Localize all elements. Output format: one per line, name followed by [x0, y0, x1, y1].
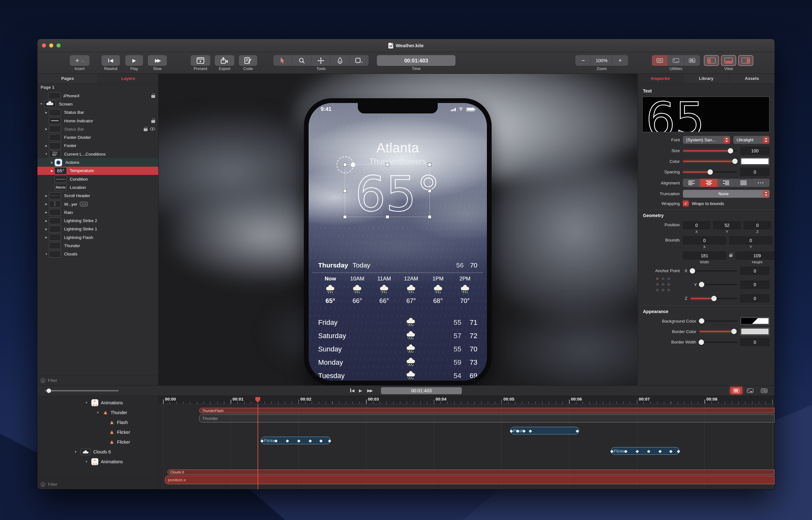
view-left-panel-button[interactable] — [704, 55, 719, 66]
disclosure-right-icon[interactable] — [44, 211, 49, 214]
title-bar[interactable]: Weather.kite — [38, 39, 774, 52]
timeline-row-clouds-6[interactable]: Clouds 6 — [38, 447, 158, 457]
lock-icon[interactable] — [151, 120, 155, 123]
keyframe-diamond[interactable] — [636, 449, 639, 453]
slider-knob[interactable] — [711, 296, 716, 301]
align-center-button[interactable] — [700, 179, 718, 187]
keyframe-diamond[interactable] — [309, 438, 312, 443]
timeline-filter-input[interactable] — [48, 482, 155, 487]
export-button[interactable] — [215, 55, 235, 66]
position-z-field[interactable]: 0 — [744, 221, 771, 229]
layer-row-status-bar-2[interactable]: Status Bar — [38, 125, 158, 133]
border-color-swatch[interactable] — [740, 328, 769, 335]
timeline-tracks[interactable]: ThunderFlash Thunder Flash Flic — [158, 404, 774, 489]
align-right-button[interactable] — [718, 179, 735, 187]
disclosure-right-icon[interactable] — [44, 228, 49, 231]
align-left-button[interactable] — [683, 179, 700, 187]
layer-row-scroll-header[interactable]: Scroll Header — [38, 192, 158, 200]
layer-row-location[interactable]: Atlanta Location — [38, 183, 158, 191]
disclosure-right-icon[interactable] — [44, 219, 49, 223]
text-color-swatch[interactable] — [740, 157, 769, 165]
timeline-time-display[interactable]: 00:01:403 — [381, 387, 462, 394]
disclosure-down-icon[interactable] — [85, 460, 89, 463]
disclosure-right-icon[interactable] — [49, 161, 54, 164]
disclosure-down-icon[interactable] — [96, 411, 100, 414]
playhead[interactable] — [257, 404, 258, 489]
anchor-z-value[interactable]: 0 — [740, 294, 769, 302]
width-field[interactable]: 181 — [683, 252, 726, 260]
keyframe-diamond[interactable] — [659, 449, 662, 453]
disclosure-down-icon[interactable] — [44, 253, 49, 256]
view-right-panel-button[interactable] — [738, 55, 753, 66]
anchor-x-slider[interactable] — [690, 270, 737, 271]
layer-row-status-bar[interactable]: Status Bar — [38, 108, 158, 116]
selection-handle[interactable] — [386, 215, 389, 219]
anchor-y-value[interactable]: 0 — [740, 281, 769, 289]
tab-library[interactable]: Library — [684, 74, 729, 83]
slider-knob[interactable] — [690, 268, 695, 274]
utility-settings-button[interactable] — [684, 55, 700, 66]
layer-row-iphonex[interactable]: iPhoneX — [38, 92, 158, 100]
timeline-row-flicker-2[interactable]: ▲ Flicker — [38, 437, 158, 447]
timeline-mode-list-button[interactable] — [730, 387, 742, 394]
track-bar-flicker-2[interactable]: Flicker — [611, 447, 680, 455]
truncation-dropdown[interactable]: None — [683, 190, 769, 198]
layer-row-lightning-strike-1[interactable]: Lightning Strike 1 — [38, 225, 158, 233]
disclosure-down-icon[interactable] — [44, 152, 49, 156]
keyframe-diamond[interactable] — [297, 438, 300, 443]
utility-inspector-button[interactable] — [652, 55, 668, 66]
layer-row-home-indicator[interactable]: Home Indicator — [38, 116, 158, 125]
slider-knob[interactable] — [732, 159, 738, 164]
layer-row-actions[interactable]: Actions — [38, 158, 158, 166]
timeline-row-animations-2[interactable]: Animations — [38, 457, 158, 466]
layer-row-screen[interactable]: Screen — [38, 100, 158, 108]
selection-box[interactable] — [345, 164, 430, 217]
play-button[interactable]: ▶ — [359, 388, 362, 393]
height-field[interactable]: 109 — [736, 252, 774, 260]
slider-knob[interactable] — [707, 169, 713, 175]
spacing-slider[interactable] — [683, 172, 737, 173]
slider-knob[interactable] — [699, 318, 705, 324]
selection-handle[interactable] — [428, 189, 432, 193]
view-bottom-panel-button[interactable] — [721, 55, 736, 66]
timeline-row-flicker-1[interactable]: ▲ Flicker — [38, 427, 158, 437]
timeline-mode-settings-button[interactable] — [758, 387, 770, 394]
position-y-field[interactable]: 52 — [713, 221, 741, 229]
font-family-dropdown[interactable]: (System) San... — [683, 136, 730, 144]
track-bar-clouds-6[interactable]: Clouds 6 — [168, 470, 774, 475]
track-bar-thunder[interactable]: Thunder — [199, 414, 774, 422]
stepper-icon[interactable] — [724, 137, 729, 143]
disclosure-right-icon[interactable] — [49, 169, 54, 173]
selection-handle[interactable] — [428, 163, 432, 166]
keyframe-diamond[interactable] — [669, 449, 672, 453]
lock-icon[interactable] — [151, 95, 155, 98]
insert-button[interactable]: + ⌄ — [70, 55, 90, 66]
zoom-window-button[interactable] — [56, 44, 60, 48]
layers-filter-input[interactable] — [48, 378, 155, 383]
anchor-z-slider[interactable] — [690, 298, 737, 299]
slider-knob[interactable] — [698, 339, 704, 345]
slider-knob[interactable] — [699, 282, 704, 287]
canvas[interactable]: 9:41 Atlanta Thundershowers — [158, 74, 638, 385]
tab-layers[interactable]: Layers — [98, 74, 158, 83]
timeline-mode-console-button[interactable] — [744, 387, 756, 394]
disclosure-right-icon[interactable] — [44, 203, 49, 206]
tool-move[interactable] — [312, 55, 330, 66]
selection-handle[interactable] — [343, 215, 347, 219]
spacing-value[interactable]: 0 — [740, 168, 769, 176]
time-display[interactable]: 00:01:403 — [377, 55, 456, 66]
utility-console-button[interactable] — [668, 55, 684, 66]
zoom-out-button[interactable]: − — [575, 55, 591, 66]
border-width-slider[interactable] — [699, 342, 737, 343]
tool-zoom[interactable] — [292, 55, 312, 66]
keyframe-diamond[interactable] — [522, 428, 525, 433]
layer-row-rain[interactable]: Rain — [38, 208, 158, 216]
keyframe-diamond[interactable] — [516, 428, 519, 433]
layer-row-temperature[interactable]: 65° Temperature — [38, 167, 158, 175]
selection-handle[interactable] — [386, 163, 389, 166]
track-bar-thunderflash[interactable]: ThunderFlash — [199, 408, 774, 413]
daily-forecast[interactable]: Friday 5571 Saturday 5772 — [309, 316, 487, 381]
anchor-dot[interactable] — [351, 162, 355, 167]
selection-handle[interactable] — [428, 215, 432, 219]
keyframe-diamond[interactable] — [328, 438, 331, 443]
